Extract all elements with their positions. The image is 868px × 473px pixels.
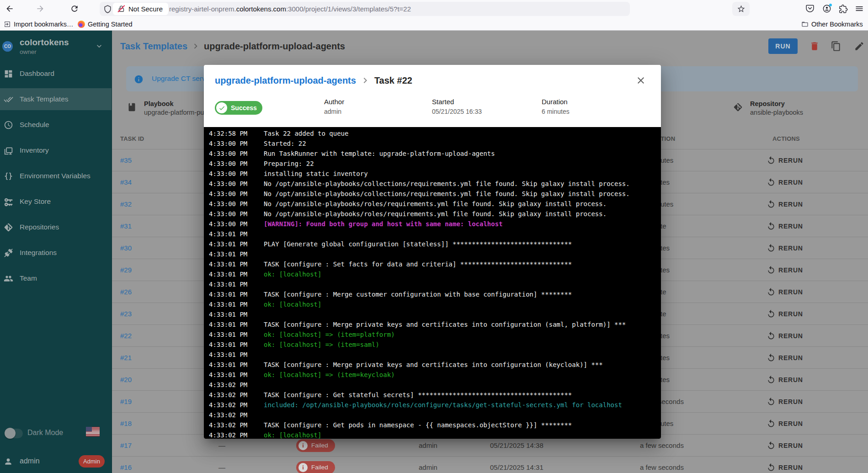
rerun-button[interactable]: RERUN (767, 149, 803, 171)
sidebar-item-task-templates[interactable]: Task Templates (0, 88, 112, 110)
started-meta: Started 05/21/2025 16:33 (432, 98, 482, 115)
shield-icon[interactable] (103, 5, 112, 13)
sidebar-item-team[interactable]: Team (0, 267, 112, 289)
task-id-link[interactable]: #23 (120, 303, 132, 324)
log-line: 4:33:01 PMTASK [configure : Merge privat… (209, 360, 661, 370)
task-id-link[interactable]: #22 (120, 325, 132, 346)
copy-icon[interactable] (831, 41, 841, 52)
security-chip[interactable]: Not Secure (113, 3, 168, 15)
sidebar-item-label: Team (20, 274, 37, 282)
task-id-link[interactable]: #18 (120, 413, 132, 434)
log-message: ok: [localhost] (264, 430, 321, 439)
bookmark-star-button[interactable] (732, 2, 750, 16)
task-id-link[interactable]: #29 (120, 259, 132, 281)
task-id-link[interactable]: #21 (120, 347, 132, 368)
pocket-icon[interactable] (805, 4, 815, 13)
sidebar-item-key-store[interactable]: Key Store (0, 191, 112, 213)
rerun-button[interactable]: RERUN (767, 303, 803, 324)
rerun-button[interactable]: RERUN (767, 325, 803, 346)
task-log-terminal[interactable]: 4:32:58 PMTask 22 added to queue4:33:00 … (204, 127, 661, 439)
rerun-button[interactable]: RERUN (767, 281, 803, 303)
replay-icon (767, 419, 776, 428)
menu-icon[interactable] (855, 4, 864, 13)
url-text[interactable]: registry-airtel-onprem.colortokens.com:3… (169, 2, 411, 16)
sidebar-item-integrations[interactable]: Integrations (0, 242, 112, 264)
org-switcher[interactable]: CO colortokens owner (0, 31, 112, 63)
rerun-button[interactable]: RERUN (767, 215, 803, 237)
sidebar-item-repositories[interactable]: Repositories (0, 216, 112, 238)
edit-icon[interactable] (854, 41, 865, 52)
log-line: 4:33:02 PM (209, 410, 661, 420)
task-id-link[interactable]: #26 (120, 281, 132, 303)
replay-icon (767, 244, 776, 253)
rerun-button[interactable]: RERUN (767, 171, 803, 193)
url-bar[interactable]: Not Secure registry-airtel-onprem.colort… (100, 2, 630, 16)
browser-nav-toolbar: Not Secure registry-airtel-onprem.colort… (0, 0, 868, 17)
log-message: TASK [configure : Merge private keys and… (264, 360, 603, 370)
replay-icon (767, 309, 776, 319)
rerun-button[interactable]: RERUN (767, 193, 803, 215)
dark-mode-toggle[interactable] (5, 429, 23, 438)
account-icon[interactable] (822, 4, 831, 13)
sidebar-item-inventory[interactable]: Inventory (0, 139, 112, 161)
rerun-button[interactable]: RERUN (767, 347, 803, 368)
us-flag-icon[interactable] (86, 427, 100, 436)
task-id-link[interactable]: #17 (120, 435, 132, 456)
bookmark-getting-started-label: Getting Started (88, 21, 133, 28)
task-id-link[interactable]: #20 (120, 369, 132, 390)
task-id-link[interactable]: #30 (120, 237, 132, 259)
log-line: 4:33:02 PMok: [localhost] (209, 430, 661, 439)
org-name: colortokens (20, 37, 69, 48)
log-time: 4:33:02 PM (209, 410, 264, 420)
log-line: 4:33:01 PM (209, 350, 661, 360)
modal-template-link[interactable]: upgrade-platform-upload-agents (215, 75, 356, 86)
log-time: 4:33:00 PM (209, 199, 264, 209)
task-id-link[interactable]: #16 (120, 457, 132, 473)
extensions-icon[interactable] (839, 4, 848, 13)
dark-mode-row: Dark Mode (0, 423, 112, 444)
replay-icon (767, 178, 776, 187)
log-line: 4:33:01 PMTASK [configure : Set facts fo… (209, 259, 661, 269)
task-id-link[interactable]: #34 (120, 171, 132, 193)
bookmark-import[interactable]: Import bookmarks… (4, 17, 74, 31)
log-message: No /opt/ansible-playbooks/collections/re… (264, 179, 630, 189)
task-id-link[interactable]: #31 (120, 215, 132, 237)
replay-icon (767, 266, 776, 275)
rerun-button[interactable]: RERUN (767, 435, 803, 456)
rerun-label: RERUN (778, 266, 803, 274)
log-message: Started: 22 (264, 138, 306, 149)
sidebar-item-label: Environment Variables (20, 172, 91, 180)
task-id-link[interactable]: #35 (120, 149, 132, 171)
check-icon (216, 102, 227, 113)
bookmark-getting-started[interactable]: Getting Started (78, 17, 133, 31)
log-time: 4:33:00 PM (209, 189, 264, 199)
other-bookmarks-label: Other Bookmarks (811, 21, 863, 28)
delete-icon[interactable] (809, 41, 820, 52)
log-time: 4:33:01 PM (209, 340, 264, 350)
sidebar: CO colortokens owner DashboardTask Templ… (0, 31, 112, 473)
task-id-link[interactable]: #32 (120, 193, 132, 215)
rerun-button[interactable]: RERUN (767, 259, 803, 281)
task-id-link[interactable]: #19 (120, 391, 132, 412)
other-bookmarks[interactable]: Other Bookmarks (801, 17, 863, 31)
forward-icon[interactable] (36, 4, 45, 13)
reload-icon[interactable] (70, 4, 79, 13)
log-time: 4:33:01 PM (209, 299, 264, 309)
breadcrumb-root-link[interactable]: Task Templates (120, 41, 187, 52)
sidebar-item-dashboard[interactable]: Dashboard (0, 63, 112, 85)
rerun-button[interactable]: RERUN (767, 369, 803, 390)
log-line: 4:33:02 PMincluded: /opt/ansible-playboo… (209, 400, 661, 410)
rerun-button[interactable]: RERUN (767, 391, 803, 412)
sidebar-item-environment-variables[interactable]: Environment Variables (0, 165, 112, 187)
user-row[interactable]: admin Admin (0, 450, 112, 473)
rerun-button[interactable]: RERUN (767, 457, 803, 473)
close-icon[interactable] (635, 75, 646, 86)
rerun-button[interactable]: RERUN (767, 237, 803, 259)
col-task-id: TASK ID (120, 128, 144, 149)
run-button[interactable]: RUN (768, 38, 798, 54)
rerun-button[interactable]: RERUN (767, 413, 803, 434)
back-icon[interactable] (5, 4, 14, 13)
breadcrumb-current: upgrade-platform-upload-agents (204, 41, 345, 52)
duration-value: 6 minutes (542, 108, 570, 115)
sidebar-item-schedule[interactable]: Schedule (0, 114, 112, 136)
